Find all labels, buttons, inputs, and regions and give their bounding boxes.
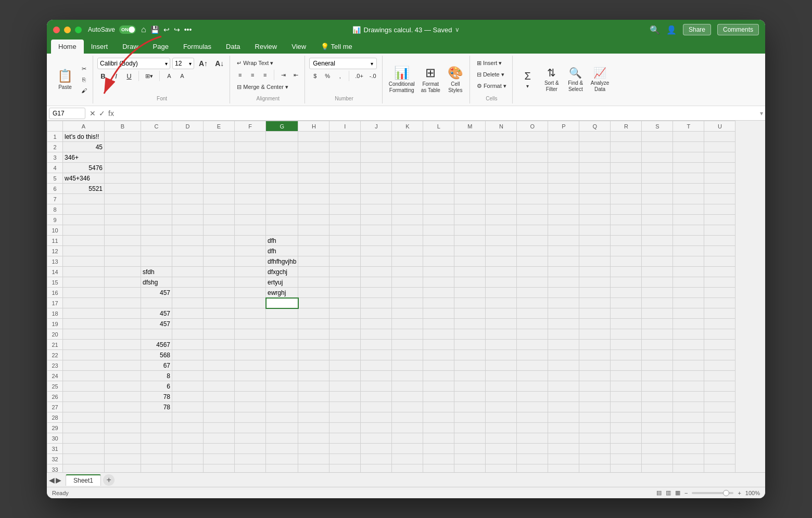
cell-F2[interactable] — [235, 142, 266, 152]
cell-P20[interactable] — [548, 329, 579, 340]
cell-Q17[interactable] — [579, 298, 611, 308]
cell-D30[interactable] — [172, 433, 204, 444]
cell-A21[interactable] — [63, 340, 105, 350]
cell-C3[interactable] — [141, 152, 172, 163]
cell-E25[interactable] — [204, 381, 235, 392]
row-header-21[interactable]: 21 — [47, 340, 63, 350]
cell-S25[interactable] — [642, 381, 673, 392]
normal-view-icon[interactable]: ▤ — [656, 489, 662, 496]
cell-U15[interactable] — [704, 277, 735, 288]
autosum-button[interactable]: Σ ▾ — [517, 58, 539, 101]
fill-color-button[interactable]: A — [163, 71, 175, 81]
cell-E18[interactable] — [204, 308, 235, 319]
cell-K27[interactable] — [392, 402, 423, 412]
cell-S20[interactable] — [642, 329, 673, 340]
cell-J2[interactable] — [361, 142, 392, 152]
cell-C27[interactable]: 78 — [141, 402, 172, 412]
cell-S14[interactable] — [642, 267, 673, 277]
cell-D18[interactable] — [172, 308, 204, 319]
cell-J15[interactable] — [361, 277, 392, 288]
cell-H31[interactable] — [298, 444, 329, 454]
cell-I28[interactable] — [329, 412, 361, 423]
col-header-I[interactable]: I — [329, 121, 361, 132]
cell-B12[interactable] — [105, 246, 141, 256]
cell-D8[interactable] — [172, 204, 204, 215]
tab-home[interactable]: Home — [51, 40, 84, 54]
maximize-button[interactable] — [75, 27, 82, 33]
tab-draw[interactable]: Draw — [115, 40, 145, 54]
cell-K26[interactable] — [392, 392, 423, 402]
cell-Q20[interactable] — [579, 329, 611, 340]
cell-G31[interactable] — [266, 444, 298, 454]
cell-U5[interactable] — [704, 173, 735, 184]
cell-N9[interactable] — [486, 215, 517, 225]
row-header-6[interactable]: 6 — [47, 184, 63, 194]
cell-F25[interactable] — [235, 381, 266, 392]
cell-H4[interactable] — [298, 163, 329, 173]
cell-S7[interactable] — [642, 194, 673, 204]
cell-K4[interactable] — [392, 163, 423, 173]
cell-M14[interactable] — [454, 267, 486, 277]
cell-R17[interactable] — [611, 298, 642, 308]
cell-A4[interactable]: 5476 — [63, 163, 105, 173]
cell-J18[interactable] — [361, 308, 392, 319]
cell-J33[interactable] — [361, 464, 392, 473]
cell-J32[interactable] — [361, 454, 392, 464]
cell-M21[interactable] — [454, 340, 486, 350]
cell-S13[interactable] — [642, 256, 673, 267]
cell-E8[interactable] — [204, 204, 235, 215]
cell-K28[interactable] — [392, 412, 423, 423]
cell-M6[interactable] — [454, 184, 486, 194]
row-header-27[interactable]: 27 — [47, 402, 63, 412]
row-header-22[interactable]: 22 — [47, 350, 63, 360]
cell-F17[interactable] — [235, 298, 266, 308]
cell-B4[interactable] — [105, 163, 141, 173]
cell-P24[interactable] — [548, 371, 579, 381]
cell-U33[interactable] — [704, 464, 735, 473]
cell-I30[interactable] — [329, 433, 361, 444]
format-as-table-button[interactable]: ⊞ Formatas Table — [419, 58, 442, 101]
page-break-icon[interactable]: ▦ — [675, 489, 680, 496]
cell-B33[interactable] — [105, 464, 141, 473]
cell-K2[interactable] — [392, 142, 423, 152]
cell-M31[interactable] — [454, 444, 486, 454]
cell-F10[interactable] — [235, 225, 266, 236]
cell-P14[interactable] — [548, 267, 579, 277]
cell-R5[interactable] — [611, 173, 642, 184]
cell-A13[interactable] — [63, 256, 105, 267]
cell-K3[interactable] — [392, 152, 423, 163]
cell-C30[interactable] — [141, 433, 172, 444]
cell-M27[interactable] — [454, 402, 486, 412]
cell-E29[interactable] — [204, 423, 235, 433]
cell-A9[interactable] — [63, 215, 105, 225]
cell-U19[interactable] — [704, 319, 735, 329]
cell-U26[interactable] — [704, 392, 735, 402]
row-header-30[interactable]: 30 — [47, 433, 63, 444]
cell-J31[interactable] — [361, 444, 392, 454]
cell-B5[interactable] — [105, 173, 141, 184]
cell-T24[interactable] — [673, 371, 704, 381]
cell-B24[interactable] — [105, 371, 141, 381]
cell-R28[interactable] — [611, 412, 642, 423]
cell-K33[interactable] — [392, 464, 423, 473]
cell-U27[interactable] — [704, 402, 735, 412]
cell-C7[interactable] — [141, 194, 172, 204]
cell-L2[interactable] — [423, 142, 454, 152]
cell-E6[interactable] — [204, 184, 235, 194]
cell-G4[interactable] — [266, 163, 298, 173]
cell-P1[interactable] — [548, 132, 579, 142]
cell-H9[interactable] — [298, 215, 329, 225]
cell-G2[interactable] — [266, 142, 298, 152]
cell-O32[interactable] — [517, 454, 548, 464]
bold-button[interactable]: B — [97, 71, 109, 81]
cell-N12[interactable] — [486, 246, 517, 256]
cell-M18[interactable] — [454, 308, 486, 319]
cell-L28[interactable] — [423, 412, 454, 423]
cell-U16[interactable] — [704, 288, 735, 298]
cell-L11[interactable] — [423, 236, 454, 246]
cell-U28[interactable] — [704, 412, 735, 423]
cell-E24[interactable] — [204, 371, 235, 381]
cell-D6[interactable] — [172, 184, 204, 194]
cell-M28[interactable] — [454, 412, 486, 423]
number-format-selector[interactable]: General ▾ — [309, 58, 377, 69]
